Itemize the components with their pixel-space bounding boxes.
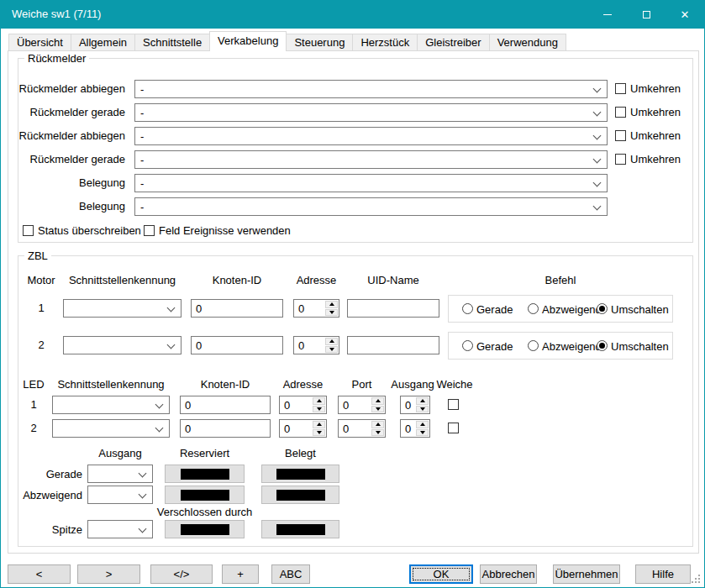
resize-grip-icon[interactable] bbox=[692, 581, 693, 583]
spitze-ausgang-select[interactable] bbox=[87, 520, 153, 538]
minimize-button[interactable] bbox=[588, 1, 627, 29]
belegung-2-select[interactable]: - bbox=[134, 197, 608, 216]
spinner-up-icon[interactable] bbox=[325, 301, 338, 308]
led-2-schnittstelle-select[interactable] bbox=[52, 419, 170, 438]
led-1-ausgang-spinner[interactable]: 0 bbox=[400, 396, 430, 414]
feld-ereignisse-checkbox[interactable] bbox=[144, 225, 155, 236]
spinner-down-icon[interactable] bbox=[313, 429, 325, 437]
motor-1-index: 1 bbox=[24, 302, 58, 314]
chevron-down-icon bbox=[139, 470, 147, 478]
spinner-up-icon[interactable] bbox=[313, 397, 325, 405]
cancel-button[interactable]: Abbrechen bbox=[480, 564, 537, 584]
chevron-down-icon bbox=[167, 341, 176, 349]
motor-2-gerade-radio[interactable] bbox=[462, 340, 473, 351]
prev-button[interactable]: < bbox=[8, 564, 71, 584]
spinner-down-icon[interactable] bbox=[325, 346, 338, 354]
status-color-swatch bbox=[181, 469, 229, 480]
umkehren-1-checkbox[interactable] bbox=[615, 83, 626, 94]
led-1-weiche-checkbox[interactable] bbox=[448, 399, 459, 410]
umkehren-4-checkbox[interactable] bbox=[615, 154, 626, 165]
tab-schnittstelle[interactable]: Schnittstelle bbox=[134, 34, 210, 51]
chevron-down-icon bbox=[593, 155, 602, 164]
spinner-up-icon[interactable] bbox=[325, 338, 338, 345]
chevron-down-icon bbox=[139, 491, 147, 499]
next-button[interactable]: > bbox=[77, 564, 140, 584]
motor-2-uid-input[interactable] bbox=[347, 336, 439, 354]
umkehren-2-checkbox[interactable] bbox=[615, 107, 626, 118]
tab-allgemein[interactable]: Allgemein bbox=[71, 34, 135, 51]
motor-1-knoten-input[interactable] bbox=[191, 299, 283, 318]
spinner-up-icon[interactable] bbox=[416, 397, 429, 405]
abzweigend-belegt-indicator bbox=[261, 486, 339, 504]
motor-1-uid-input[interactable] bbox=[347, 299, 439, 318]
gerade-belegt-indicator bbox=[261, 465, 339, 483]
led-1-knoten-input[interactable] bbox=[180, 396, 271, 414]
ok-button[interactable]: OK bbox=[409, 564, 473, 584]
motor-2-schnittstelle-select[interactable] bbox=[63, 336, 182, 354]
motor-2-abzweigend-radio[interactable] bbox=[528, 340, 539, 351]
rueckmelder-gerade-1-select[interactable]: - bbox=[134, 103, 608, 122]
led-1-port-spinner[interactable]: 0 bbox=[338, 396, 386, 414]
motor-2-index: 2 bbox=[24, 339, 58, 351]
led-1-schnittstelle-select[interactable] bbox=[52, 396, 170, 414]
tab-herzstueck[interactable]: Herzstück bbox=[352, 34, 418, 51]
motor-1-schnittstelle-select[interactable] bbox=[63, 299, 182, 318]
spinner-down-icon[interactable] bbox=[313, 406, 325, 413]
motor-1-abzweigend-radio[interactable] bbox=[528, 303, 539, 314]
gerade-reserviert-indicator bbox=[165, 465, 245, 483]
rueckmelder-abbiegen-2-select[interactable]: - bbox=[134, 127, 608, 145]
code-button[interactable]: </> bbox=[150, 564, 213, 584]
tab-gleistreiber[interactable]: Gleistreiber bbox=[417, 34, 489, 51]
tab-verwendung[interactable]: Verwendung bbox=[489, 34, 566, 51]
led-2-ausgang-spinner[interactable]: 0 bbox=[400, 419, 430, 438]
apply-button[interactable]: Übernehmen bbox=[553, 564, 620, 584]
led-2-port-spinner[interactable]: 0 bbox=[338, 419, 386, 438]
close-button[interactable]: ✕ bbox=[666, 1, 704, 29]
tab-steuerung[interactable]: Steuerung bbox=[286, 34, 353, 51]
combo-value: - bbox=[140, 154, 144, 166]
motor-1-umschalten-radio[interactable] bbox=[597, 303, 608, 314]
spinner-down-icon[interactable] bbox=[371, 429, 384, 437]
motor-1-adresse-spinner[interactable]: 0 bbox=[293, 299, 339, 318]
rueckmelder-abbiegen-1-select[interactable]: - bbox=[134, 80, 608, 98]
spinner-up-icon[interactable] bbox=[371, 421, 384, 428]
abc-button[interactable]: ABC bbox=[271, 564, 310, 584]
motor-2-adresse-spinner[interactable]: 0 bbox=[293, 336, 339, 354]
spinner-down-icon[interactable] bbox=[416, 429, 429, 437]
motor-2-umschalten-radio[interactable] bbox=[597, 340, 608, 351]
status-abzweigend-label: Abzweigend bbox=[18, 489, 82, 501]
gerade-ausgang-select[interactable] bbox=[87, 465, 153, 483]
chevron-down-icon bbox=[139, 525, 147, 533]
led-knoten-header: Knoten-ID bbox=[180, 378, 271, 391]
spinner-down-icon[interactable] bbox=[416, 406, 429, 413]
led-2-weiche-checkbox[interactable] bbox=[448, 423, 459, 433]
abzweigend-reserviert-indicator bbox=[165, 486, 245, 504]
tab-uebersicht[interactable]: Übersicht bbox=[8, 34, 71, 51]
spinner-up-icon[interactable] bbox=[371, 397, 384, 405]
maximize-button[interactable] bbox=[627, 1, 666, 29]
spinner-value: 0 bbox=[284, 423, 290, 435]
motor-1-umschalten-label: Umschalten bbox=[611, 303, 669, 316]
add-button[interactable]: + bbox=[222, 564, 259, 584]
led-2-knoten-input[interactable] bbox=[180, 419, 271, 438]
spinner-value: 0 bbox=[298, 339, 304, 352]
rueckmelder-abbiegen-1-label: Rückmelder abbiegen bbox=[18, 82, 125, 95]
spinner-value: 0 bbox=[343, 423, 349, 435]
motor-1-gerade-radio[interactable] bbox=[462, 303, 473, 314]
chevron-down-icon bbox=[593, 202, 602, 211]
tab-verkabelung[interactable]: Verkabelung bbox=[209, 31, 287, 51]
spinner-down-icon[interactable] bbox=[371, 406, 384, 413]
led-1-adresse-spinner[interactable]: 0 bbox=[279, 396, 327, 414]
spinner-up-icon[interactable] bbox=[313, 421, 325, 428]
umkehren-3-checkbox[interactable] bbox=[615, 130, 626, 141]
umkehren-4-label: Umkehren bbox=[630, 153, 681, 165]
abzweigend-ausgang-select[interactable] bbox=[87, 486, 153, 504]
led-2-adresse-spinner[interactable]: 0 bbox=[279, 419, 327, 438]
spinner-down-icon[interactable] bbox=[325, 309, 338, 317]
help-button[interactable]: Hilfe bbox=[635, 564, 691, 584]
rueckmelder-gerade-2-select[interactable]: - bbox=[134, 150, 608, 169]
status-ueberschreiben-checkbox[interactable] bbox=[23, 225, 34, 236]
motor-2-knoten-input[interactable] bbox=[191, 336, 283, 354]
belegung-1-select[interactable]: - bbox=[134, 174, 608, 192]
spinner-up-icon[interactable] bbox=[416, 421, 429, 428]
